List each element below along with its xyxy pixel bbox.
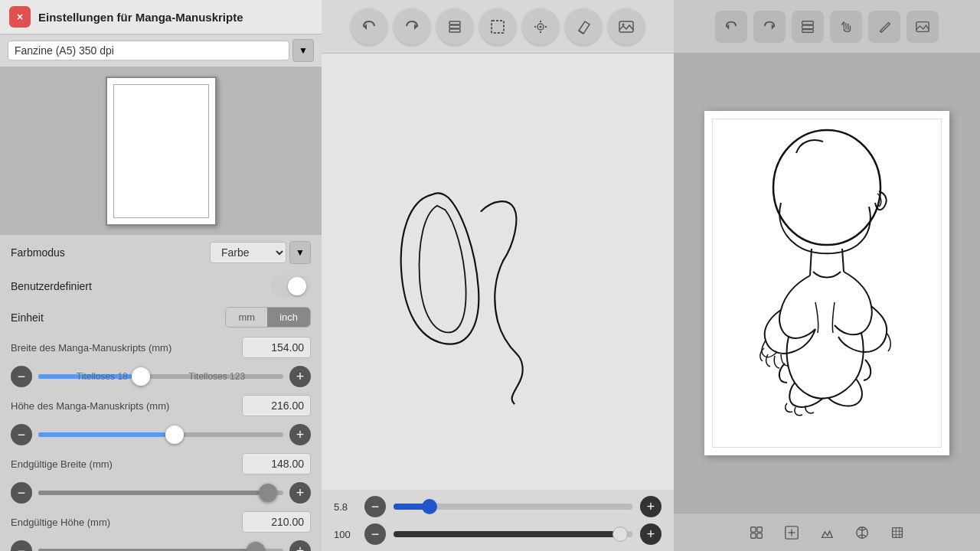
page-preview-area (0, 67, 322, 235)
svg-rect-4 (449, 29, 460, 32)
drawing-canvas (322, 54, 674, 490)
right-image-button[interactable] (906, 11, 939, 43)
right-canvas (674, 54, 980, 513)
svg-rect-13 (802, 21, 814, 24)
final-height-minus-button[interactable]: − (11, 540, 32, 551)
final-width-slider-track[interactable] (38, 491, 283, 495)
svg-point-7 (540, 25, 542, 28)
middle-toolbar (322, 0, 674, 54)
final-height-slider-thumb[interactable] (247, 542, 265, 551)
width-label: Breite des Manga-Manuskripts (mm) (11, 342, 172, 354)
panel-header: × Einstellungen für Manga-Manuskripte (0, 0, 322, 34)
right-redo-button[interactable] (753, 11, 786, 43)
width-input[interactable] (242, 337, 311, 358)
height-slider-row: − + (0, 421, 322, 448)
right-page-border (712, 119, 942, 448)
width-slider-track[interactable]: Titelloses 18 Titelloses 123 (38, 374, 283, 379)
bottom-controls: 5.8 − + 100 − + (322, 490, 674, 551)
final-width-minus-button[interactable]: − (11, 482, 32, 504)
unit-inch-button[interactable]: inch (267, 308, 310, 327)
opacity-row: 100 − + (334, 523, 662, 545)
final-width-slider-row: − + (0, 479, 322, 507)
final-width-label-row: Endgültige Breite (mm) (0, 448, 322, 479)
right-pan-button[interactable] (830, 11, 862, 43)
right-page (704, 111, 949, 455)
svg-rect-5 (492, 21, 504, 33)
custom-toggle[interactable] (271, 275, 311, 298)
final-width-slider-thumb[interactable] (259, 484, 277, 502)
final-width-label: Endgültige Breite (mm) (11, 458, 113, 470)
opacity-fill (394, 531, 620, 537)
svg-rect-2 (449, 21, 460, 24)
svg-rect-22 (757, 533, 762, 537)
brush-size-thumb[interactable] (422, 499, 437, 514)
brush-size-row: 5.8 − + (334, 496, 662, 517)
brush-size-minus[interactable]: − (364, 496, 386, 517)
page-inner-border (113, 84, 209, 218)
right-bottom-icon-5[interactable] (884, 520, 910, 546)
height-slider-fill (38, 432, 165, 437)
image-button[interactable] (608, 8, 645, 45)
height-slider-track[interactable] (38, 432, 283, 437)
height-plus-button[interactable]: + (289, 424, 311, 445)
right-pen-button[interactable] (868, 11, 900, 43)
opacity-minus[interactable]: − (364, 523, 386, 545)
opacity-plus[interactable]: + (640, 523, 662, 545)
right-bottom-icon-4[interactable] (849, 520, 875, 546)
final-height-label-row: Endgültige Höhe (mm) (0, 507, 322, 537)
final-height-label: Endgültige Höhe (mm) (11, 517, 110, 528)
settings-content: Farbmodus Farbe ▼ Benutzerdefiniert Einh… (0, 235, 322, 551)
redo-button[interactable] (394, 8, 430, 45)
preset-dropdown-arrow[interactable]: ▼ (292, 39, 314, 62)
width-minus-button[interactable]: − (11, 366, 32, 387)
undo-button[interactable] (351, 8, 387, 45)
unit-label: Einheit (11, 311, 44, 324)
pan-button[interactable] (522, 8, 559, 45)
svg-rect-3 (449, 25, 460, 28)
height-minus-button[interactable]: − (11, 424, 32, 445)
final-height-plus-button[interactable]: + (289, 540, 311, 551)
opacity-label: 100 (334, 529, 357, 540)
close-button[interactable]: × (9, 6, 31, 28)
canvas-area[interactable] (322, 54, 674, 490)
unit-toggle: mm inch (225, 307, 311, 328)
eraser-button[interactable] (565, 8, 602, 45)
opacity-thumb[interactable] (612, 527, 628, 542)
svg-rect-20 (757, 527, 762, 531)
right-panel (674, 0, 980, 551)
height-input[interactable] (242, 395, 311, 416)
selection-button[interactable] (479, 8, 516, 45)
brush-size-label: 5.8 (334, 501, 357, 513)
final-width-input[interactable] (242, 453, 311, 474)
color-mode-select[interactable]: Farbe (210, 242, 286, 263)
right-layers-button[interactable] (792, 11, 824, 43)
preset-dropdown-row: ▼ (0, 34, 322, 67)
width-slider-row: − Titelloses 18 Titelloses 123 + (0, 363, 322, 390)
width-slider-fill (38, 374, 132, 379)
brush-size-track[interactable] (394, 504, 632, 510)
middle-panel: 5.8 − + 100 − + (322, 0, 674, 551)
unit-row: Einheit mm inch (0, 302, 322, 332)
right-bottom-icon-1[interactable] (743, 520, 769, 546)
preset-input[interactable] (8, 41, 289, 60)
svg-rect-21 (751, 533, 756, 537)
right-bottom-icon-2[interactable] (779, 520, 805, 546)
unit-mm-button[interactable]: mm (226, 308, 267, 327)
opacity-track[interactable] (394, 531, 632, 537)
width-overlay-label2: Titelloses 123 (189, 371, 246, 382)
layers-button[interactable] (436, 8, 473, 45)
final-width-slider-fill (38, 491, 259, 495)
svg-rect-19 (751, 527, 756, 531)
right-bottom-icon-3[interactable] (814, 520, 840, 546)
svg-rect-28 (893, 527, 903, 537)
height-slider-thumb[interactable] (165, 425, 184, 444)
brush-size-plus[interactable]: + (640, 496, 662, 517)
panel-title: Einstellungen für Manga-Manuskripte (38, 11, 243, 24)
final-height-input[interactable] (242, 511, 311, 533)
width-slider-thumb[interactable] (132, 367, 150, 386)
right-undo-button[interactable] (715, 11, 747, 43)
left-panel: × Einstellungen für Manga-Manuskripte ▼ … (0, 0, 322, 551)
final-width-plus-button[interactable]: + (289, 482, 311, 504)
color-mode-arrow[interactable]: ▼ (289, 241, 311, 264)
width-plus-button[interactable]: + (289, 366, 311, 387)
